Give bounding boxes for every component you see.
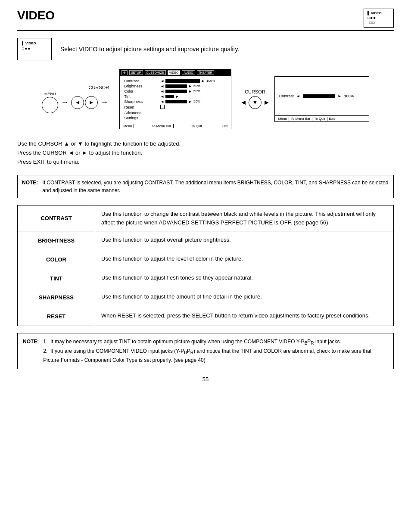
right-footer-exit: Exit	[327, 117, 336, 121]
brightness-row: BRIGHTNESS Use this function to adjust o…	[17, 231, 394, 250]
function-rows: CONTRAST Use this function to change the…	[17, 205, 394, 326]
arrow-right2-icon: →	[100, 98, 108, 107]
tab-theater: THEATER	[197, 70, 214, 75]
row-sharpness-label: Sharpness	[124, 100, 159, 104]
page-number: 55	[17, 376, 394, 383]
intro-icon-box: ▌ VIDEO □ ■ ■ □ □	[17, 38, 52, 60]
right-footer-toquit: To Quit	[312, 117, 327, 121]
right-screen-body: Contrast ◄ ► 100%	[275, 77, 369, 115]
arrow-right-icon: →	[61, 98, 68, 107]
down-arrow-btn[interactable]: ▼	[249, 96, 262, 109]
reset-name: RESET	[18, 307, 95, 326]
tab-icon: ⊕	[121, 70, 128, 75]
contrast-desc: Use this function to change the contrast…	[95, 205, 393, 231]
reset-desc: When RESET is selected, press the SELECT…	[95, 307, 393, 326]
tab-audio: AUDIO	[182, 70, 195, 75]
right-arrow-btn[interactable]: ►	[85, 96, 98, 109]
note1-box: NOTE: If CONTRAST is selected, you are a…	[17, 175, 394, 198]
sharpness-desc: Use this function to adjust the amount o…	[95, 288, 393, 307]
footer-menu: Menu	[121, 124, 134, 128]
color-desc: Use this function to adjust the level of…	[95, 250, 393, 269]
right-contrast-label: Contrast	[279, 94, 294, 98]
color-row: COLOR Use this function to adjust the le…	[17, 250, 394, 269]
right-diagram: CURSOR ◄ ▼ ► Contrast ◄ ► 100% Menu To M…	[240, 76, 369, 122]
page-title: VIDEO	[17, 9, 55, 22]
title-icon-box: ▌ VIDEO □ ■ ■ □ □	[364, 9, 394, 28]
row-settings-label: Settings	[124, 116, 159, 120]
right-contrast-value: 100%	[344, 94, 354, 98]
screen-header: ⊕ SETUP CUSTOMIZE VIDEO AUDIO THEATER	[120, 69, 231, 76]
sharpness-row: SHARPNESS Use this function to adjust th…	[17, 288, 394, 307]
arrow-right3-icon: ►	[263, 99, 270, 106]
diagram-section: CURSOR MENU → ◄ ► → ⊕ SETUP CUSTOMIZE VI…	[17, 69, 394, 129]
screen-footer-left: Menu To Menu Bar To Quit Exit	[120, 123, 231, 129]
instruction-3: Press EXIT to quit menu.	[17, 158, 394, 167]
row-brightness-label: Brightness	[124, 84, 159, 88]
tab-customize: CUSTOMIZE	[145, 70, 166, 75]
intro-section: ▌ VIDEO □ ■ ■ □ □ Select VIDEO to adjust…	[17, 38, 394, 60]
note2-label: NOTE:	[23, 338, 39, 364]
page-header: VIDEO ▌ VIDEO □ ■ ■ □ □	[17, 9, 394, 31]
menu-circle	[42, 97, 58, 113]
right-contrast-arrow-right: ►	[338, 94, 342, 98]
right-contrast-arrow-left: ◄	[296, 94, 300, 98]
right-screen-box: Contrast ◄ ► 100% Menu To Menu Bar To Qu…	[274, 76, 369, 122]
note2-item1: 1. It may be necessary to adjust TINT to…	[43, 338, 388, 347]
left-arrow-btn[interactable]: ◄	[71, 96, 84, 109]
intro-text: Select VIDEO to adjust picture settings …	[60, 46, 239, 53]
right-contrast-bar	[303, 94, 335, 98]
left-screen-box: ⊕ SETUP CUSTOMIZE VIDEO AUDIO THEATER Co…	[119, 69, 231, 129]
row-contrast-label: Contrast	[124, 79, 159, 83]
right-screen-footer: Menu To Menu Bar To Quit Exit	[275, 115, 369, 121]
brightness-desc: Use this function to adjust overall pict…	[95, 231, 393, 250]
contrast-name: CONTRAST	[18, 205, 95, 231]
right-footer-tomenubar: To Menu Bar	[289, 117, 312, 121]
note2-box: NOTE: 1. It may be necessary to adjust T…	[17, 333, 394, 369]
note1-label: NOTE:	[22, 179, 38, 194]
arrow-left-icon: ◄	[240, 99, 247, 106]
reset-row: RESET When RESET is selected, press the …	[17, 307, 394, 326]
footer-toquit: To Quit	[189, 124, 204, 128]
sharpness-name: SHARPNESS	[18, 288, 95, 307]
note2-content: 1. It may be necessary to adjust TINT to…	[43, 338, 388, 364]
row-reset-label: Reset	[124, 105, 159, 109]
row-tint-label: Tint	[124, 94, 159, 99]
cursor-label-right: CURSOR	[245, 89, 265, 94]
menu-label: MENU	[44, 92, 56, 96]
tab-video: VIDEO	[168, 70, 181, 75]
note2-item2: 2. If you are using the COMPONENT VIDEO …	[43, 347, 388, 365]
tint-name: TINT	[18, 269, 95, 288]
tab-setup: SETUP	[129, 70, 143, 75]
row-advanced-label: Advanced	[124, 111, 159, 115]
instruction-2: Press the CURSOR ◄ or ► to adjust the fu…	[17, 149, 394, 158]
tint-desc: Use this function to adjust flesh tones …	[95, 269, 393, 288]
screen-body: Contrast ◄ ► 100% Brightness ◄ ► 50% Col…	[120, 76, 231, 123]
row-color-label: Color	[124, 89, 159, 93]
cursor-label-left: CURSOR	[88, 85, 109, 90]
instruction-1: Use the CURSOR ▲ or ▼ to highlight the f…	[17, 140, 394, 149]
footer-tomenubar: To Menu Bar	[150, 124, 173, 128]
instructions: Use the CURSOR ▲ or ▼ to highlight the f…	[17, 140, 394, 166]
brightness-name: BRIGHTNESS	[18, 231, 95, 250]
note1-text: If CONTRAST is selected, you are adjusti…	[42, 179, 389, 194]
tint-row: TINT Use this function to adjust flesh t…	[17, 269, 394, 288]
contrast-row: CONTRAST Use this function to change the…	[17, 205, 394, 231]
color-name: COLOR	[18, 250, 95, 269]
right-footer-menu: Menu	[277, 117, 289, 121]
footer-exit: Exit	[220, 124, 229, 128]
reset-checkbox	[160, 105, 165, 109]
